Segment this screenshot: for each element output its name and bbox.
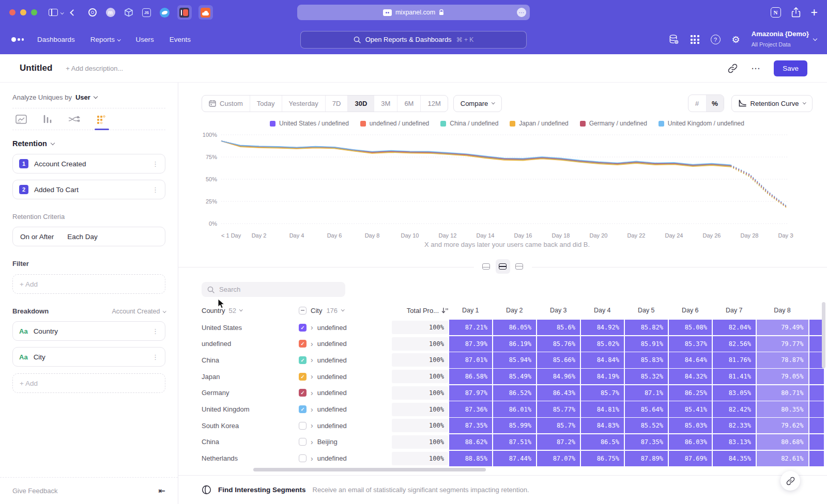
retention-cell[interactable]: 82.56%	[713, 336, 756, 352]
format-percent-button[interactable]: %	[706, 95, 724, 112]
retention-cell[interactable]: 88.62%	[449, 434, 493, 450]
legend-item[interactable]: United Kingdom / undefined	[658, 120, 744, 127]
add-description-button[interactable]: + Add description...	[66, 65, 123, 72]
retention-cell[interactable]: 85.03%	[669, 418, 712, 433]
retention-cell[interactable]: 85.83%	[625, 352, 668, 368]
layout-chart-only-button[interactable]	[479, 259, 494, 274]
retention-cell[interactable]: 85.7%	[537, 418, 580, 433]
layout-split-button[interactable]	[496, 259, 510, 274]
layout-table-only-button[interactable]	[512, 259, 527, 274]
expand-row-icon[interactable]: ›	[311, 456, 313, 461]
retention-cell[interactable]: 87.07%	[537, 451, 580, 466]
back-icon[interactable]	[70, 9, 76, 16]
retention-cell[interactable]: 82.42%	[713, 401, 756, 417]
compare-button[interactable]: Compare	[453, 95, 502, 112]
retention-step-card[interactable]: 1Account Created⋮	[12, 154, 165, 174]
nav-link-dashboards[interactable]: Dashboards	[37, 36, 75, 43]
day-column-header[interactable]: Day 3	[537, 307, 580, 314]
tab-funnels[interactable]	[42, 115, 53, 130]
row-checkbox[interactable]	[299, 422, 307, 430]
analyze-uniques-row[interactable]: Analyze Uniques by User	[12, 83, 165, 108]
row-checkbox[interactable]: ✓	[299, 356, 307, 364]
day-column-header[interactable]: Day 2	[493, 307, 537, 314]
table-search-input[interactable]: Search	[202, 282, 345, 297]
chart-type-selector[interactable]: Retention Curve	[731, 95, 813, 112]
row-checkbox[interactable]: ✓	[299, 405, 307, 413]
retention-cell[interactable]: 87.97%	[449, 385, 493, 401]
retention-cell[interactable]: 87.2%	[537, 434, 580, 450]
retention-cell[interactable]: 87.44%	[493, 451, 537, 466]
share-icon[interactable]	[791, 7, 801, 18]
retention-cell[interactable]: 85.7%	[581, 385, 624, 401]
retention-cell[interactable]: 87.51%	[493, 434, 537, 450]
retention-cell[interactable]: 87.36%	[449, 401, 493, 417]
target-icon[interactable]	[87, 7, 98, 18]
retention-cell[interactable]: 85.32%	[625, 369, 668, 384]
retention-cell[interactable]: 83.13%	[713, 434, 756, 450]
retention-cell[interactable]: 87.35%	[449, 418, 493, 433]
give-feedback-link[interactable]: Give Feedback	[12, 487, 57, 495]
retention-cell[interactable]: 85.91%	[625, 336, 668, 352]
retention-criteria-card[interactable]: On or After Each Day	[12, 227, 165, 246]
data-management-icon[interactable]	[668, 34, 679, 45]
vertical-scrollbar[interactable]	[822, 302, 825, 368]
day-column-header[interactable]: Day 4	[581, 307, 624, 314]
row-checkbox[interactable]: ✓	[299, 373, 307, 381]
retention-cell[interactable]: 85.99%	[493, 418, 537, 433]
help-icon[interactable]: ?	[711, 35, 721, 44]
row-checkbox[interactable]: ✓	[299, 340, 307, 348]
copy-link-icon[interactable]	[728, 64, 738, 73]
retention-cell[interactable]: 83.05%	[713, 385, 756, 401]
expand-row-icon[interactable]: ›	[311, 341, 313, 346]
range-today[interactable]: Today	[250, 96, 282, 112]
breakdown-event-selector[interactable]: Account Created	[112, 308, 165, 315]
kebab-menu-icon[interactable]: ⋮	[152, 327, 159, 335]
retention-cell[interactable]: 86.58%	[449, 369, 493, 384]
retention-cell[interactable]: 86.75%	[581, 451, 624, 466]
day-column-header[interactable]: Day 8	[757, 307, 808, 314]
tab-flows[interactable]	[68, 115, 81, 130]
retention-cell[interactable]: 84.81%	[581, 401, 624, 417]
row-checkbox[interactable]	[299, 438, 307, 446]
m-avatar-icon[interactable]: m	[105, 7, 116, 18]
retention-cell[interactable]: 84.64%	[669, 352, 712, 368]
add-breakdown-button[interactable]: + Add	[12, 373, 165, 393]
retention-cell[interactable]: 85.49%	[493, 369, 537, 384]
analyze-value[interactable]: User	[75, 93, 90, 101]
retention-cell[interactable]: 79.62%	[757, 418, 808, 433]
browser-tabs[interactable]: m JS	[87, 5, 213, 20]
retention-cell[interactable]: 84.84%	[581, 352, 624, 368]
retention-cell[interactable]: 85.52%	[625, 418, 668, 433]
window-controls[interactable]	[9, 9, 37, 15]
retention-cell[interactable]: 85.37%	[669, 336, 712, 352]
project-selector[interactable]: Amazonia {Demo} All Project Data	[752, 30, 817, 49]
breakdown-card[interactable]: AaCountry⋮	[12, 321, 165, 341]
expand-row-icon[interactable]: ›	[311, 439, 313, 445]
range-3m[interactable]: 3M	[374, 96, 397, 112]
legend-item[interactable]: Germany / undefined	[580, 120, 647, 127]
retention-cell[interactable]: 85.41%	[669, 401, 712, 417]
new-tab-icon[interactable]: +	[811, 7, 818, 18]
legend-item[interactable]: United States / undefined	[270, 120, 349, 127]
retention-section-header[interactable]: Retention	[12, 139, 165, 148]
retention-cell[interactable]: 85.94%	[493, 352, 537, 368]
day-column-header[interactable]: Day 1	[449, 307, 493, 314]
retention-cell[interactable]: 85.64%	[625, 401, 668, 417]
retention-cell[interactable]: 85.02%	[581, 336, 624, 352]
retention-cell[interactable]: 86.52%	[493, 385, 537, 401]
global-search-button[interactable]: Open Reports & Dashboards ⌘ + K	[300, 31, 527, 49]
retention-cell[interactable]: 82.61%	[757, 451, 808, 466]
segments-title[interactable]: Find Interesting Segments	[218, 486, 306, 494]
retention-cell[interactable]: 80.68%	[757, 434, 808, 450]
retention-cell[interactable]: 86.01%	[493, 401, 537, 417]
more-options-icon[interactable]: ⋯	[751, 63, 760, 74]
retention-cell[interactable]: 87.39%	[449, 336, 493, 352]
notion-extension-icon[interactable]: N	[771, 7, 781, 18]
minimize-window-button[interactable]	[20, 9, 26, 15]
add-filter-button[interactable]: + Add	[12, 274, 165, 294]
day-column-header[interactable]: Day 7	[713, 307, 756, 314]
cube-icon[interactable]	[123, 7, 134, 18]
kebab-menu-icon[interactable]: ⋮	[152, 160, 159, 168]
retention-cell[interactable]: 86.25%	[669, 385, 712, 401]
page-options-icon[interactable]: ⋯	[517, 8, 526, 17]
